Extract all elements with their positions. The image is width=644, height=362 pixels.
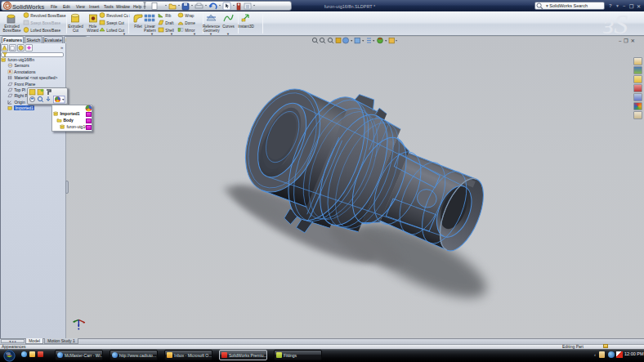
svg-text:A: A — [9, 69, 11, 74]
svg-text:ɜS: ɜS — [603, 11, 628, 36]
